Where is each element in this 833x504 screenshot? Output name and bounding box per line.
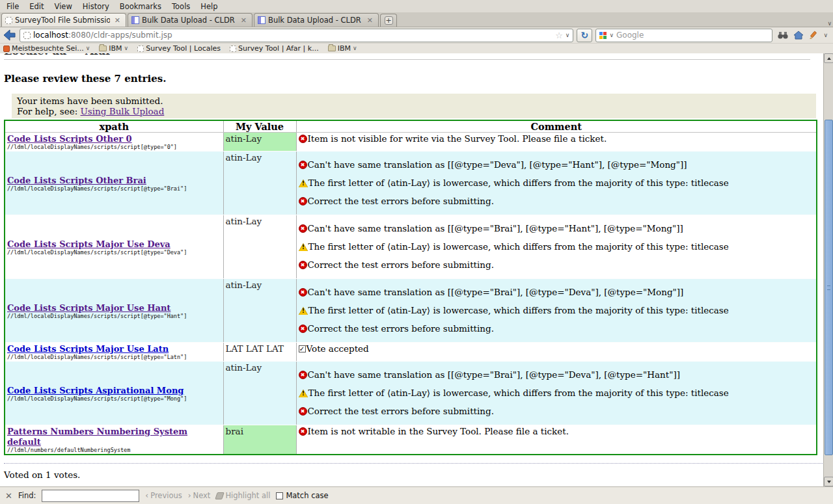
scrollbar-thumb[interactable] <box>825 120 833 455</box>
pen-icon[interactable] <box>809 31 818 40</box>
comment-text: The first letter of ⟨atin-Lay⟩ is lowerc… <box>308 388 729 399</box>
xpath-link[interactable]: Patterns Numbers Numbering System defaul… <box>7 427 187 447</box>
review-heading: Please review these 7 entries. <box>4 73 820 85</box>
folder-icon <box>328 46 336 51</box>
bookmark-item-3[interactable]: Survey Tool | Locales <box>137 44 221 53</box>
xpath-cell: Code Lists Scripts Other 0//ldml/localeD… <box>5 133 223 152</box>
bookmark-item-4[interactable]: Survey Tool | Afar | k... <box>230 44 319 53</box>
comment-text: Correct the test errors before submittin… <box>308 406 494 417</box>
scroll-down-button[interactable] <box>824 477 833 486</box>
table-row-1: Code Lists Scripts Other 0//ldml/localeD… <box>5 133 817 152</box>
scroll-up-button[interactable] <box>824 53 833 63</box>
vertical-scrollbar[interactable] <box>823 53 833 486</box>
highlight-all-button[interactable]: Highlight all <box>216 491 270 500</box>
bookmark-dropdown-chevron-icon: ∨ <box>124 46 129 51</box>
toolbar-overflow-chevron-icon[interactable]: ∨ <box>823 33 828 38</box>
menu-bookmarks[interactable]: Bookmarks <box>115 1 167 12</box>
xpath-cell: Code Lists Scripts Major Use Hant//ldml/… <box>5 279 223 343</box>
tab-close-icon[interactable]: ✕ <box>113 16 122 25</box>
find-close-icon[interactable]: ✕ <box>5 491 12 501</box>
comment-line: Correct the test errors before submittin… <box>299 259 815 271</box>
comment-text: Item is not visible for write via the Su… <box>308 133 607 144</box>
bookmark-item-5[interactable]: IBM∨ <box>328 44 357 53</box>
comment-text: Can't have same translation as [[@type="… <box>308 369 680 380</box>
back-button[interactable] <box>3 29 16 41</box>
xpath-link[interactable]: Code Lists Scripts Other Brai <box>7 176 146 185</box>
home-button[interactable] <box>793 31 804 40</box>
match-case-checkbox[interactable] <box>276 492 283 499</box>
url-dropdown-chevron-icon[interactable]: ∨ <box>566 33 570 38</box>
review-table: xpathMy ValueComment Code Lists Scripts … <box>4 120 817 455</box>
find-previous-button[interactable]: ‹Previous <box>145 491 182 500</box>
binoculars-find-icon[interactable] <box>778 31 788 40</box>
xpath-link[interactable]: Code Lists Scripts Major Use Hant <box>7 303 171 313</box>
most-visited-icon <box>3 46 10 52</box>
reload-button[interactable]: ↻ <box>577 29 592 42</box>
xpath-link[interactable]: Code Lists Scripts Major Use Latn <box>7 344 169 354</box>
tab-title: Bulk Data Upload - CLDR - Un... <box>142 16 236 25</box>
comment-line: The first letter of ⟨atin-Lay⟩ is lowerc… <box>299 388 815 399</box>
xpath-code: //ldml/numbers/defaultNumberingSystem <box>7 447 221 453</box>
tab-close-icon[interactable]: ✕ <box>239 16 249 25</box>
menu-edit[interactable]: Edit <box>24 1 49 12</box>
xpath-link[interactable]: Code Lists Scripts Other 0 <box>7 134 132 144</box>
comment-line: Vote accepted <box>299 343 815 354</box>
table-header-row: xpathMy ValueComment <box>5 120 817 133</box>
bookmark-label: IBM <box>109 44 122 53</box>
comment-line: Item is not writable in the Survey Tool.… <box>299 426 815 437</box>
app-favicon-icon <box>131 16 139 24</box>
table-row-6: Code Lists Scripts Aspirational Mong//ld… <box>5 362 817 425</box>
address-bar[interactable]: localhost:8080/cldr-apps/submit.jsp ☆ ∨ <box>20 29 573 42</box>
bookmark-label: Survey Tool | Locales <box>146 44 221 53</box>
xpath-link[interactable]: Code Lists Scripts Aspirational Mong <box>7 386 184 395</box>
comment-text: Correct the test errors before submittin… <box>308 323 494 334</box>
comment-line: Correct the test errors before submittin… <box>299 406 815 417</box>
menu-help[interactable]: Help <box>195 1 223 12</box>
find-input[interactable] <box>42 490 139 502</box>
browser-window: FileEditViewHistoryBookmarksToolsHelp Su… <box>0 0 833 504</box>
comment-line: Correct the test errors before submittin… <box>299 196 815 207</box>
tab-list: SurveyTool File Submission | ...✕Bulk Da… <box>1 13 380 27</box>
search-placeholder: Google <box>616 31 644 40</box>
menu-tools[interactable]: Tools <box>167 1 195 12</box>
column-header-comment: Comment <box>296 120 817 133</box>
comment-line: Item is not visible for write via the Su… <box>299 133 815 144</box>
bookmark-star-icon[interactable]: ☆ <box>555 31 563 40</box>
list-all-tabs-chevron-icon[interactable]: ∨ <box>827 21 832 27</box>
find-next-button[interactable]: ›Next <box>188 491 211 500</box>
using-bulk-upload-link[interactable]: Using Bulk Upload <box>80 106 164 116</box>
up-arrow-icon <box>827 57 831 60</box>
xpath-link[interactable]: Code Lists Scripts Major Use Deva <box>7 239 171 249</box>
table-row-3: Code Lists Scripts Major Use Deva//ldml/… <box>5 215 817 279</box>
new-tab-button[interactable]: + <box>380 14 397 27</box>
bookmark-item-2[interactable]: IBM∨ <box>99 44 128 53</box>
comment-cell: Item is not visible for write via the Su… <box>296 133 817 152</box>
comment-cell: Can't have same translation as [[@type="… <box>296 279 817 343</box>
tab-close-icon[interactable]: ✕ <box>365 16 375 25</box>
bookmark-item-1[interactable]: Meistbesuchte Sei...∨ <box>3 44 90 53</box>
search-box[interactable]: ∨ Google <box>595 29 772 42</box>
menu-view[interactable]: View <box>49 1 77 12</box>
menu-history[interactable]: History <box>77 1 115 12</box>
error-icon <box>299 224 307 233</box>
comment-line: Can't have same translation as [[@type="… <box>299 287 815 298</box>
tab-bar: SurveyTool File Submission | ...✕Bulk Da… <box>0 12 833 27</box>
search-engine-chevron-icon[interactable]: ∨ <box>609 33 614 38</box>
notice-line1: Your items have been submitted. <box>17 96 811 106</box>
tab-3[interactable]: Bulk Data Upload - CLDR - Un...✕ <box>254 13 379 27</box>
comment-line: Can't have same translation as [[@type="… <box>299 223 815 234</box>
comment-text: Correct the test errors before submittin… <box>308 259 494 271</box>
tab-title: Bulk Data Upload - CLDR - Un... <box>268 16 362 25</box>
tab-2[interactable]: Bulk Data Upload - CLDR - Un...✕ <box>128 13 253 27</box>
error-icon <box>299 371 307 379</box>
error-icon <box>299 197 307 206</box>
error-icon <box>299 325 307 333</box>
comment-text: Can't have same translation as [[@type="… <box>308 287 684 298</box>
menu-file[interactable]: File <box>1 1 24 12</box>
tab-1[interactable]: SurveyTool File Submission | ...✕ <box>1 13 126 27</box>
bookmarks-toolbar: Meistbesuchte Sei...∨IBM∨Survey Tool | L… <box>0 44 833 53</box>
bookmark-dropdown-chevron-icon: ∨ <box>353 46 357 51</box>
match-case-option[interactable]: Match case <box>276 491 328 500</box>
placeholder-icon <box>230 46 236 52</box>
comment-text: The first letter of ⟨atin-Lay⟩ is lowerc… <box>308 241 729 252</box>
